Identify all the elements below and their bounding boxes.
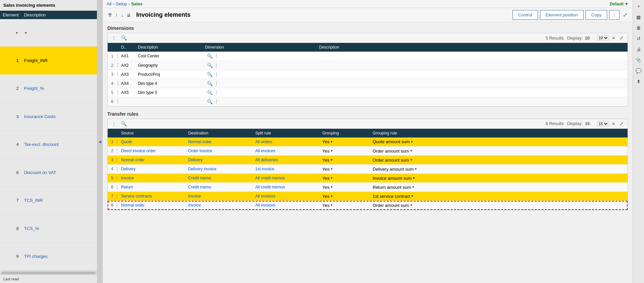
transfer-menu-button[interactable]: ⋮ — [110, 120, 118, 127]
transfer-search-button[interactable]: 🔍 — [120, 120, 128, 127]
upload-icon-button[interactable]: ⬆ — [634, 76, 644, 87]
sidebar-list-item[interactable]: 3Insurance Costs — [0, 103, 97, 130]
tr-row-menu[interactable]: ⋮ — [114, 139, 120, 145]
clip-icon-button[interactable]: 📎 — [634, 55, 644, 65]
dim-row-menu[interactable]: ⋮ — [115, 71, 121, 77]
dim-row-menu[interactable]: ⋮ — [115, 90, 121, 95]
refresh-icon-button[interactable]: ↺ — [634, 34, 644, 44]
table-row[interactable]: 2 ⋮ AX2 Geography 🔍⋮ — [108, 61, 628, 70]
print-icon-button[interactable]: 🖨 — [634, 44, 644, 54]
table-row[interactable]: 8 ⋮ Normal order Invoice All invoices Ye… — [108, 201, 628, 210]
tr-row-menu[interactable]: ⋮ — [114, 184, 120, 190]
nav-down-button[interactable]: ↓ — [120, 12, 125, 18]
tr-row-menu[interactable]: ⋮ — [114, 166, 120, 172]
dimensions-display-select[interactable]: 101520 — [597, 35, 609, 41]
table-row[interactable]: 4 ⋮ Delivery Delivery invoice 1st invoic… — [108, 165, 628, 174]
element-position-button[interactable]: Element position — [540, 10, 584, 20]
sidebar-item-num: 4 — [0, 130, 21, 158]
dim-search-btn[interactable]: 🔍 — [206, 63, 213, 68]
tr-destination: Credit memo — [185, 174, 252, 183]
sidebar-list-item[interactable]: 9TPI charges — [0, 242, 97, 271]
dim-search-btn[interactable]: 🔍 — [206, 53, 213, 59]
dimensions-search-button[interactable]: 🔍 — [120, 35, 128, 41]
dim-more-btn[interactable]: ⋮ — [213, 63, 219, 68]
dim-search-btn[interactable]: 🔍 — [206, 99, 213, 104]
table-row[interactable]: 2 ⋮ Direct invoice order Order invoice A… — [108, 147, 628, 156]
table-row[interactable]: 5 ⋮ Invoice Credit memo All credit memos… — [108, 174, 628, 183]
sidebar-list-item[interactable]: 7TCS_INR — [0, 186, 97, 214]
dim-row-menu[interactable]: ⋮ — [115, 99, 121, 104]
nav-bottom-button[interactable]: ⇊ — [125, 12, 132, 18]
dim-row-menu[interactable]: ⋮ — [115, 53, 121, 59]
dim-row-menu[interactable]: ⋮ — [115, 80, 121, 86]
breadcrumb-setup[interactable]: Setup — [116, 1, 127, 6]
tr-split-rule: All orders — [252, 137, 319, 147]
dim-search-btn[interactable]: 🔍 — [206, 90, 213, 95]
dimensions-layers-button[interactable]: ≡ — [611, 35, 616, 41]
dim-more-btn[interactable]: ⋮ — [213, 72, 219, 77]
tr-col-num — [108, 129, 118, 137]
sidebar-item-num: 6 — [0, 159, 21, 186]
copy-button[interactable]: Copy — [586, 10, 607, 20]
breadcrumb-all[interactable]: All — [107, 1, 111, 6]
more-options-button[interactable]: ⋮ — [609, 10, 620, 20]
dim-dimension: 🔍⋮ — [202, 79, 316, 88]
tr-row-menu[interactable]: ⋮ — [114, 175, 120, 181]
transfer-results: 8 Results Display: 15 — [546, 121, 590, 126]
table-row[interactable]: 6 ⋮ Return Credit memo All credit memos … — [108, 183, 628, 192]
tr-grouping: Yes ▼ — [319, 156, 369, 165]
table-row[interactable]: 6 ⋮ 🔍⋮ — [108, 97, 628, 106]
transfer-display-select[interactable]: 151020 — [597, 121, 609, 126]
sidebar-list-item[interactable]: 6Discount on VAT — [0, 159, 97, 186]
dim-search-btn[interactable]: 🔍 — [206, 81, 213, 86]
dim-more-btn[interactable]: ⋮ — [213, 81, 219, 86]
sidebar-item-desc: Discount on VAT — [21, 159, 97, 186]
sidebar-item-num: 2 — [0, 74, 21, 102]
sidebar-item-desc: TPI charges — [21, 242, 97, 271]
sidebar-scrollbar[interactable] — [0, 271, 97, 275]
dim-more-btn[interactable]: ⋮ — [213, 99, 219, 104]
dimensions-toolbar: ⋮ 🔍 5 Results Display: 10 101520 ≡ ⤢ — [108, 33, 628, 43]
tr-grouping-rule: Order amount sum ▼ — [369, 156, 628, 165]
collapse-sidebar-button[interactable]: ◀ — [97, 0, 103, 283]
dim-description: Cost Center — [135, 52, 202, 61]
table-row[interactable]: 3 ⋮ Normal order Delivery All deliveries… — [108, 156, 628, 165]
tr-row-menu[interactable]: ⋮ — [114, 157, 120, 163]
transfer-expand-button[interactable]: ⤢ — [618, 120, 625, 127]
sidebar-scroll-track[interactable] — [1, 272, 96, 274]
sidebar-list-item[interactable]: 4Tax-excl. discount — [0, 130, 97, 158]
expand-button[interactable]: ⤢ — [622, 10, 629, 19]
delete-icon-button[interactable]: 🗑 — [634, 23, 644, 33]
tr-row-menu[interactable]: ⋮ — [114, 148, 120, 154]
tr-row-menu[interactable]: ⋮ — [114, 203, 120, 208]
dim-row-menu[interactable]: ⋮ — [115, 62, 121, 68]
table-row[interactable]: 7 ⋮ Service contracts Invoice All invoic… — [108, 192, 628, 201]
control-button[interactable]: Control — [513, 10, 538, 20]
table-row[interactable]: 3 ⋮ AX3 Product/Proj 🔍⋮ — [108, 70, 628, 79]
dimensions-expand-button[interactable]: ⤢ — [618, 35, 625, 41]
transfer-layers-button[interactable]: ≡ — [611, 120, 616, 127]
grid-icon-button[interactable]: ▦ — [634, 12, 644, 22]
dim-row-num: 3 ⋮ — [108, 70, 118, 79]
dim-col-dimension: Dimension — [202, 43, 316, 52]
tr-row-menu[interactable]: ⋮ — [114, 193, 120, 199]
content-area: Dimensions ⋮ 🔍 5 Results Display: 10 101… — [103, 22, 633, 283]
table-row[interactable]: 5 ⋮ AX5 Dim type 5 🔍⋮ — [108, 88, 628, 97]
table-row[interactable]: 1 ⋮ AX1 Cost Center 🔍⋮ — [108, 52, 628, 61]
dimensions-menu-button[interactable]: ⋮ — [110, 35, 118, 41]
dim-search-btn[interactable]: 🔍 — [206, 72, 213, 77]
dim-more-btn[interactable]: ⋮ — [213, 53, 219, 59]
sidebar-list-item[interactable]: 2Freight_% — [0, 74, 97, 102]
dim-more-btn[interactable]: ⋮ — [213, 90, 219, 95]
add-icon-button[interactable]: ＋ — [634, 1, 644, 11]
sidebar-list-item[interactable]: 8TCS_% — [0, 215, 97, 242]
sidebar-list-item[interactable]: 1Freight_INR — [0, 47, 97, 74]
nav-top-button[interactable]: ⇈ — [107, 12, 113, 18]
nav-up-button[interactable]: ↑ — [114, 12, 119, 18]
tr-grouping: Yes ▼ — [319, 201, 369, 210]
table-row[interactable]: 4 ⋮ AX4 Dim type 4 🔍⋮ — [108, 79, 628, 88]
transfer-rules-section: ⋮ 🔍 8 Results Display: 15 151020 ≡ ⤢ — [107, 119, 628, 211]
comment-icon-button[interactable]: 💬 — [634, 66, 644, 76]
table-row[interactable]: 1 ⋮ Quote Normal order All orders Yes ▼ … — [108, 137, 628, 147]
main-content: All › Setup › Sales Default ▼ ⇈ ↑ ↓ ⇊ In… — [103, 0, 633, 283]
